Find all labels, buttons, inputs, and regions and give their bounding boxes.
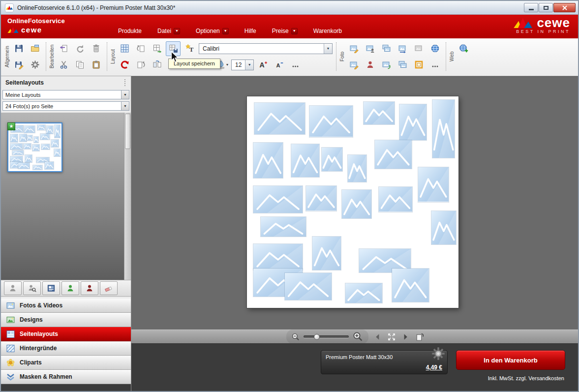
photo-placeholder[interactable] bbox=[312, 237, 341, 270]
photo-placeholder[interactable] bbox=[261, 217, 306, 237]
save-button[interactable] bbox=[11, 41, 26, 56]
layout-thumbnail[interactable]: ★ bbox=[7, 122, 62, 172]
rotate-page-left-button[interactable] bbox=[133, 41, 148, 56]
filter-person-button[interactable] bbox=[4, 281, 22, 295]
zoom-in-button[interactable] bbox=[352, 331, 364, 342]
cut-button[interactable] bbox=[56, 58, 71, 72]
save-layout-button[interactable]: Layout speichern bbox=[166, 41, 181, 56]
insert-text-button[interactable]: T bbox=[183, 41, 197, 56]
sidebar-item-fotos-videos[interactable]: Fotos & Videos bbox=[1, 299, 131, 313]
zoom-out-button[interactable] bbox=[291, 332, 300, 341]
photo-placeholder[interactable] bbox=[322, 148, 342, 171]
copy-photo-button[interactable] bbox=[379, 41, 394, 56]
copy-button[interactable] bbox=[72, 58, 87, 72]
swap-pages-button[interactable] bbox=[150, 58, 164, 72]
product-summary[interactable]: Premium Poster Matt 30x30 4,49 € bbox=[321, 350, 448, 374]
sidebar-item-masken-rahmen[interactable]: Masken & Rahmen bbox=[1, 370, 131, 384]
save-as-button[interactable] bbox=[11, 58, 26, 72]
decrease-font-button[interactable]: A bbox=[272, 58, 286, 72]
previous-page-button[interactable] bbox=[373, 332, 382, 341]
adjust-photo-button[interactable] bbox=[346, 58, 361, 72]
editor-canvas[interactable] bbox=[131, 76, 578, 343]
delete-button[interactable] bbox=[89, 41, 103, 56]
title-bar[interactable]: OnlineFotoservice 6.1.0 (x64) - Premium … bbox=[1, 1, 578, 15]
photo-web-button[interactable] bbox=[427, 41, 442, 56]
menu-produkte[interactable]: Produkte bbox=[118, 28, 142, 34]
chevron-down-icon[interactable]: ▼ bbox=[245, 60, 253, 70]
rotate-page-right-button[interactable] bbox=[133, 58, 148, 72]
share-button[interactable] bbox=[56, 41, 71, 56]
photo-placeholder[interactable] bbox=[345, 283, 382, 303]
photo-placeholder[interactable] bbox=[254, 103, 305, 135]
photo-placeholder[interactable] bbox=[306, 186, 336, 211]
duplicate-photo-button[interactable] bbox=[395, 58, 410, 72]
increase-font-button[interactable]: A bbox=[255, 58, 270, 72]
photos-per-page-dropdown[interactable]: 24 Foto(s) pro Seite ▼ bbox=[2, 101, 129, 111]
photo-placeholder[interactable] bbox=[291, 144, 319, 177]
person-button[interactable] bbox=[363, 58, 377, 72]
photo-effects-button[interactable] bbox=[411, 41, 426, 56]
photo-placeholder[interactable] bbox=[253, 186, 303, 213]
filter-layout-cards-button[interactable] bbox=[42, 281, 60, 295]
photo-placeholder[interactable] bbox=[364, 102, 395, 124]
scrollbar-thumb[interactable] bbox=[125, 114, 130, 149]
zoom-slider[interactable] bbox=[304, 335, 349, 338]
photo-frame-button[interactable] bbox=[411, 58, 426, 72]
scrollbar[interactable] bbox=[124, 113, 131, 280]
chevron-down-icon[interactable]: ▼ bbox=[324, 44, 332, 54]
portrait-photo-button[interactable] bbox=[363, 41, 377, 56]
web-upload-button[interactable] bbox=[456, 41, 471, 56]
font-family-combobox[interactable]: Calibri ▼ bbox=[199, 43, 333, 54]
rotate-poster-button[interactable] bbox=[415, 332, 424, 341]
load-layout-button[interactable] bbox=[150, 41, 164, 56]
add-to-cart-button[interactable]: In den Warenkorb bbox=[456, 350, 565, 370]
chevron-down-icon[interactable]: ▼ bbox=[121, 102, 129, 110]
photo-placeholder[interactable] bbox=[253, 143, 283, 178]
exchange-photo-button[interactable] bbox=[395, 41, 410, 56]
settings-button[interactable] bbox=[28, 58, 42, 72]
chevron-down-icon[interactable]: ▾ bbox=[222, 28, 229, 34]
text-more-button[interactable] bbox=[288, 58, 303, 72]
open-button[interactable] bbox=[28, 41, 42, 56]
chevron-down-icon[interactable]: ▾ bbox=[174, 28, 180, 34]
rotate-object-button[interactable] bbox=[117, 58, 132, 72]
paste-button[interactable] bbox=[89, 58, 103, 72]
photo-placeholder[interactable] bbox=[379, 187, 412, 211]
maximize-button[interactable] bbox=[539, 3, 553, 12]
redo-button[interactable] bbox=[72, 41, 87, 56]
fit-to-screen-button[interactable] bbox=[387, 332, 396, 341]
photo-placeholder[interactable] bbox=[348, 155, 366, 182]
photo-placeholder[interactable] bbox=[392, 269, 429, 302]
photo-placeholder[interactable] bbox=[285, 273, 332, 300]
sidebar-item-hintergruende[interactable]: Hintergründe bbox=[1, 341, 131, 356]
photo-placeholder[interactable] bbox=[309, 106, 353, 137]
photo-placeholder[interactable] bbox=[253, 244, 303, 270]
zoom-slider-thumb[interactable] bbox=[314, 334, 320, 340]
sidebar-item-cliparts[interactable]: Cliparts bbox=[1, 356, 131, 370]
rotate-photo-button[interactable] bbox=[379, 58, 394, 72]
next-page-button[interactable] bbox=[401, 332, 410, 341]
photo-placeholder[interactable] bbox=[431, 211, 456, 244]
sidebar-item-designs[interactable]: Designs bbox=[1, 313, 131, 327]
filter-eraser-button[interactable] bbox=[100, 281, 118, 295]
layout-category-dropdown[interactable]: Meine Layouts ▼ bbox=[2, 90, 129, 99]
filter-person-green-button[interactable] bbox=[61, 281, 79, 295]
photo-placeholder[interactable] bbox=[375, 140, 412, 169]
edit-photo-button[interactable] bbox=[346, 41, 361, 56]
panel-drag-handle[interactable] bbox=[124, 79, 126, 86]
photo-placeholder[interactable] bbox=[432, 100, 455, 158]
menu-optionen[interactable]: Optionen▾ bbox=[196, 28, 229, 34]
filter-person-red-button[interactable] bbox=[81, 281, 98, 295]
poster-page[interactable] bbox=[247, 96, 458, 308]
chevron-down-icon[interactable]: ▼ bbox=[121, 90, 129, 99]
minimize-button[interactable] bbox=[524, 3, 538, 12]
close-button[interactable] bbox=[553, 3, 576, 12]
font-size-combobox[interactable]: 12 ▼ bbox=[231, 60, 254, 70]
photo-more-button[interactable] bbox=[427, 58, 442, 72]
menu-preise[interactable]: Preise▾ bbox=[272, 28, 298, 34]
sidebar-item-seitenlayouts[interactable]: Seitenlayouts bbox=[1, 327, 131, 341]
grid-toggle-button[interactable] bbox=[117, 41, 132, 56]
photo-placeholder[interactable] bbox=[342, 190, 371, 218]
chevron-down-icon[interactable]: ▾ bbox=[291, 28, 298, 34]
menu-warenkorb[interactable]: Warenkorb bbox=[313, 28, 342, 34]
